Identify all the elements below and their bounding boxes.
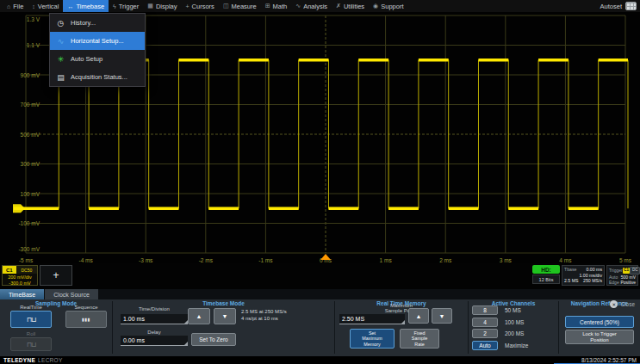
menu-label: Cursors	[192, 3, 214, 10]
channels-memory-label: Maximize	[505, 342, 528, 349]
tab-timebase[interactable]: TimeBase	[0, 289, 44, 299]
autoset-button[interactable]: Autoset	[600, 2, 640, 10]
time-division-down-button[interactable]: ▼	[214, 308, 236, 324]
set-maximum-memory-line: Memory	[363, 342, 380, 347]
close-label: Close	[620, 301, 635, 307]
channels-8-button[interactable]: 8	[472, 305, 498, 315]
menu-analysis[interactable]: ∿Analysis	[291, 0, 332, 12]
trigger-summary[interactable]: Trigger C1 DC Auto 500 mV Edge Positive	[606, 265, 638, 286]
realtime-button[interactable]: ⊓⊔	[10, 311, 52, 328]
menu-label: Vertical	[38, 3, 59, 10]
menu-support[interactable]: ◉Support	[369, 0, 407, 12]
time-division-up-button[interactable]: ▲	[188, 308, 210, 324]
panel-tab-row: TimeBase Clock Source	[0, 289, 640, 299]
add-trace-button[interactable]: +	[40, 265, 72, 286]
channel-c1-descriptor[interactable]: C1 DC50 200 mV/div -300.0 mV	[2, 265, 38, 286]
y-axis-tick-label: 300 mV	[21, 161, 40, 167]
delay-field[interactable]: 0.00 ms	[121, 336, 188, 346]
panel-close-button[interactable]: ✕ Close	[610, 300, 635, 308]
utilities-icon: ✗	[336, 3, 341, 9]
timebase-summary[interactable]: Tbase 0.00 ms 1.00 ms/div 2.5 MS 250 MS/…	[562, 265, 605, 286]
channels-2-button[interactable]: 2	[472, 329, 498, 338]
channels-4-button[interactable]: 4	[472, 318, 498, 327]
x-axis-tick-label: -3 ms	[139, 257, 153, 263]
trigger-title: Trigger	[609, 268, 623, 274]
menu-trigger[interactable]: ϟTrigger	[109, 0, 143, 12]
roll-button[interactable]: ⊓⊔	[10, 337, 52, 351]
menu-timebase[interactable]: ↔Timebase	[63, 0, 109, 12]
tbase-rate: 250 MS/s	[583, 278, 602, 284]
vertical-icon: ↕	[32, 3, 35, 9]
x-axis-tick-label: -1 ms	[258, 257, 273, 263]
channel-c1-coupling: DC50	[16, 266, 37, 274]
time-division-value: 1.00 ms	[123, 316, 145, 322]
menu-label: Display	[156, 3, 177, 10]
time-division-label: Time/Division	[121, 306, 188, 312]
max-sample-points-down-button[interactable]: ▼	[432, 308, 452, 324]
menu-bar: ⌂File↕Vertical↔TimebaseϟTrigger▦Display+…	[0, 0, 640, 12]
section-divider	[112, 301, 113, 354]
active-channels-row: AutoMaximize	[472, 341, 528, 350]
menu-display[interactable]: ▦Display	[143, 0, 181, 12]
x-axis-tick-label: -2 ms	[199, 257, 214, 263]
sequence-button[interactable]: ▮▮▮	[65, 311, 107, 328]
menu-item-history[interactable]: ◷History...	[50, 14, 145, 32]
menu-measure[interactable]: ◫Measure	[219, 0, 261, 12]
menu-item-horizontal-setup[interactable]: ∿Horizontal Setup...	[50, 32, 145, 50]
max-sample-points-value: 2.50 MS	[342, 316, 364, 322]
up-arrow-icon: ▲	[196, 313, 202, 319]
max-sample-points-up-button[interactable]: ▲	[408, 308, 429, 324]
autoset-label: Autoset	[600, 3, 622, 10]
tbase-samples: 2.5 MS	[564, 278, 578, 284]
trigger-slope: Positive	[620, 280, 636, 286]
menu-cursors[interactable]: +Cursors	[182, 0, 219, 12]
menu-item-acquisition-status[interactable]: ▤Acquisition Status...	[50, 68, 145, 86]
x-axis-tick-label: 4 ms	[559, 257, 572, 263]
status-bar: TELEDYNE LECROY 8/13/2024 2:52:57 PM	[0, 356, 640, 364]
channels-auto-button[interactable]: Auto	[472, 341, 498, 350]
centered-button[interactable]: Centered (50%)	[565, 316, 634, 328]
autoset-icon	[625, 2, 637, 10]
sampling-info-line1: 2.5 MS at 250 MS/s	[241, 309, 287, 314]
plus-icon: +	[53, 269, 59, 281]
time-division-field[interactable]: 1.00 ms	[121, 314, 188, 324]
channels-memory-label: 100 MS	[505, 319, 524, 325]
timebase-dropdown-menu: ◷History...∿Horizontal Setup...✳Auto Set…	[49, 13, 146, 87]
menu-math[interactable]: ⊞Math	[261, 0, 292, 12]
trigger-source-badge: C1	[623, 268, 631, 274]
history-clock-icon: ◷	[56, 19, 65, 28]
lock-to-trigger-line2: Position	[590, 337, 608, 342]
field-notch	[401, 320, 405, 324]
cursors-icon: +	[186, 3, 190, 9]
fixed-sample-rate-button[interactable]: FixedSampleRate	[400, 329, 439, 349]
channel-c1-label: C1	[3, 266, 16, 274]
sequence-segments-icon: ▮▮▮	[82, 317, 90, 322]
menu-item-label: Auto Setup	[71, 55, 103, 63]
tbase-scale: 1.00 ms/div	[579, 273, 602, 279]
horizontal-setup-icon: ∿	[56, 37, 65, 46]
y-axis-tick-label: -300 mV	[18, 246, 40, 252]
menu-vertical[interactable]: ↕Vertical	[28, 0, 63, 12]
section-divider	[558, 301, 559, 354]
timebase-mode-header: Timebase Mode	[113, 300, 334, 306]
lock-to-trigger-button[interactable]: Lock to Trigger Position	[565, 330, 634, 344]
y-axis-tick-label: -100 mV	[18, 220, 40, 226]
menu-item-label: History...	[71, 19, 96, 27]
max-sample-points-field[interactable]: 2.50 MS	[339, 314, 405, 324]
file-icon: ⌂	[7, 3, 10, 9]
timebase-icon: ↔	[67, 3, 73, 9]
tab-clock-source[interactable]: Clock Source	[45, 289, 98, 299]
field-notch	[184, 342, 188, 345]
trigger-mode: Auto	[609, 275, 618, 281]
set-maximum-memory-button[interactable]: SetMaximumMemory	[350, 329, 395, 349]
hd-label: HD:	[532, 265, 560, 274]
sampling-info-line2: 4 ns/pt at 10 ms	[241, 316, 278, 321]
menu-utilities[interactable]: ✗Utilities	[332, 0, 369, 12]
set-to-zero-button[interactable]: Set To Zero	[191, 333, 236, 346]
descriptor-row: C1 DC50 200 mV/div -300.0 mV + HD: 12 Bi…	[0, 263, 640, 289]
menu-file[interactable]: ⌂File	[3, 0, 28, 12]
brand-teledyne: TELEDYNE	[3, 357, 35, 363]
menu-item-auto-setup[interactable]: ✳Auto Setup	[50, 50, 145, 68]
trigger-coupling-badge: DC	[630, 267, 640, 275]
tbase-title: Tbase	[564, 267, 576, 273]
